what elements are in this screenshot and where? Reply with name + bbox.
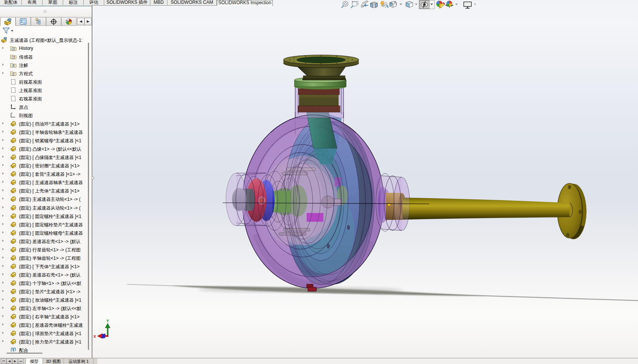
svg-text:A: A bbox=[385, 3, 389, 9]
svg-text:Y: Y bbox=[107, 319, 109, 323]
svg-text:X: X bbox=[94, 334, 96, 339]
